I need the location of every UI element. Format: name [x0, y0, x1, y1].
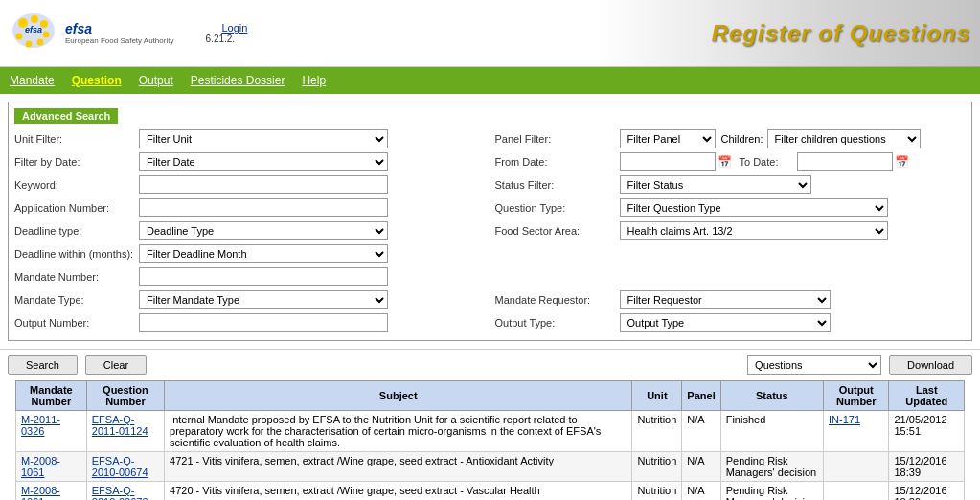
panel-filter-select[interactable]: Filter Panel [620, 129, 716, 148]
last-updated-cell: 15/12/2016 18:39 [889, 452, 965, 482]
output-number-link[interactable]: IN-171 [829, 414, 860, 425]
nav-pesticides[interactable]: Pesticides Dossier [191, 74, 285, 87]
deadline-within-select[interactable]: Filter Deadline Month [139, 244, 388, 263]
status-filter-label: Status Filter: [495, 179, 620, 191]
mandate-number-link[interactable]: M-2008-1061 [21, 485, 60, 500]
login-link[interactable]: Login [221, 22, 247, 34]
version-text: 6.21.2. [193, 34, 247, 44]
filter-by-date-label: Filter by Date: [14, 156, 139, 168]
food-sector-select[interactable]: Health claims Art. 13/2 [620, 221, 888, 240]
panel-filter-label: Panel Filter: [495, 133, 620, 145]
unit-cell: Nutrition [632, 482, 682, 501]
table-row: M-2011-0326 EFSA-Q-2011-01124 Internal M… [16, 411, 965, 452]
mandate-type-select[interactable]: Filter Mandate Type [139, 290, 388, 309]
output-number-input[interactable] [139, 313, 388, 332]
status-filter-select[interactable]: Filter Status [620, 175, 811, 194]
efsa-logo-text: efsa [65, 21, 173, 36]
from-date-label: From Date: [495, 156, 620, 168]
to-date-input[interactable] [797, 152, 893, 171]
mandate-number-label: Mandate Number: [14, 271, 139, 283]
last-updated-cell: 21/05/2012 15:51 [889, 411, 965, 452]
calendar-icon-to[interactable]: 📅 [895, 155, 909, 169]
panel-cell: N/A [682, 482, 720, 501]
unit-cell: Nutrition [632, 411, 682, 452]
last-updated-cell: 15/12/2016 18:39 [889, 482, 965, 501]
app-number-input[interactable] [139, 198, 388, 217]
mandate-number-link[interactable]: M-2008-1061 [21, 455, 60, 478]
status-cell: Pending Risk Managers' decision [720, 482, 823, 501]
to-date-label: To Date: [740, 156, 797, 168]
col-subject: Subject [165, 381, 632, 411]
col-panel: Panel [682, 381, 720, 411]
svg-text:efsa: efsa [25, 25, 42, 34]
deadline-type-label: Deadline type: [14, 225, 139, 237]
download-button[interactable]: Download [889, 355, 972, 375]
from-date-input[interactable] [620, 152, 716, 171]
clear-button[interactable]: Clear [85, 355, 147, 375]
results-table: Mandate Number Question Number Subject U… [15, 380, 965, 500]
output-type-select[interactable]: Output Type [620, 313, 831, 332]
unit-filter-select[interactable]: Filter Unit [139, 129, 388, 148]
col-status: Status [720, 381, 823, 411]
mandate-type-label: Mandate Type: [14, 294, 139, 306]
col-last-updated: Last Updated [889, 381, 965, 411]
svg-point-4 [43, 32, 50, 38]
output-number-cell [824, 482, 889, 501]
mandate-number-input[interactable] [139, 267, 388, 286]
table-row: M-2008-1061 EFSA-Q-2010-00674 4721 - Vit… [16, 452, 965, 482]
svg-point-7 [16, 34, 23, 40]
panel-cell: N/A [682, 411, 720, 452]
table-row: M-2008-1061 EFSA-Q-2010-00673 4720 - Vit… [16, 482, 965, 501]
col-question-number: Question Number [86, 381, 164, 411]
output-number-label: Output Number: [14, 317, 139, 329]
subject-cell: 4720 - Vitis vinifera, semen, extract /W… [165, 482, 632, 501]
nav-mandate[interactable]: Mandate [10, 74, 55, 87]
subject-cell: Internal Mandate proposed by EFSA to the… [165, 411, 632, 452]
col-mandate-number: Mandate Number [16, 381, 87, 411]
col-unit: Unit [632, 381, 682, 411]
question-number-link[interactable]: EFSA-Q-2010-00674 [92, 455, 148, 478]
mandate-number-link[interactable]: M-2011-0326 [21, 414, 60, 437]
svg-point-5 [37, 39, 44, 46]
calendar-icon-from[interactable]: 📅 [718, 155, 732, 169]
filter-by-date-select[interactable]: Filter Date [139, 152, 388, 171]
col-output-number: Output Number [824, 381, 889, 411]
subject-cell: 4721 - Vitis vinifera, semen, extract /W… [165, 452, 632, 482]
status-cell: Pending Risk Managers' decision [720, 452, 823, 482]
unit-filter-label: Unit Filter: [14, 133, 139, 145]
status-cell: Finished [720, 411, 823, 452]
deadline-type-select[interactable]: Deadline Type [139, 221, 388, 240]
svg-point-6 [26, 41, 33, 48]
question-number-link[interactable]: EFSA-Q-2011-01124 [92, 414, 148, 437]
question-type-select[interactable]: Filter Question Type [620, 198, 888, 217]
search-button[interactable]: Search [8, 355, 78, 375]
mandate-requestor-select[interactable]: Filter Requestor [620, 290, 831, 309]
panel-cell: N/A [682, 452, 720, 482]
keyword-input[interactable] [139, 175, 388, 194]
keyword-label: Keyword: [14, 179, 139, 191]
children-label: Children: [721, 133, 763, 145]
unit-cell: Nutrition [632, 452, 682, 482]
mandate-requestor-label: Mandate Requestor: [495, 294, 620, 306]
nav-help[interactable]: Help [302, 74, 326, 87]
children-select[interactable]: Filter children questions [767, 129, 921, 148]
question-number-link[interactable]: EFSA-Q-2010-00673 [92, 485, 148, 500]
output-type-label: Output Type: [495, 317, 620, 329]
svg-point-2 [31, 15, 38, 23]
output-number-cell [824, 452, 889, 482]
results-type-select[interactable]: Questions [747, 355, 881, 375]
nav-output[interactable]: Output [139, 74, 173, 87]
efsa-logo-icon: efsa [10, 11, 57, 55]
food-sector-label: Food Sector Area: [495, 225, 620, 237]
deadline-within-label: Deadline within (months): [14, 248, 139, 260]
advanced-search-label: Advanced Search [14, 108, 118, 124]
app-number-label: Application Number: [14, 202, 139, 214]
question-type-label: Question Type: [495, 202, 620, 214]
page-title: Register of Questions [712, 20, 970, 47]
nav-question[interactable]: Question [72, 74, 122, 87]
efsa-sub-text: European Food Safety Authority [65, 36, 173, 46]
